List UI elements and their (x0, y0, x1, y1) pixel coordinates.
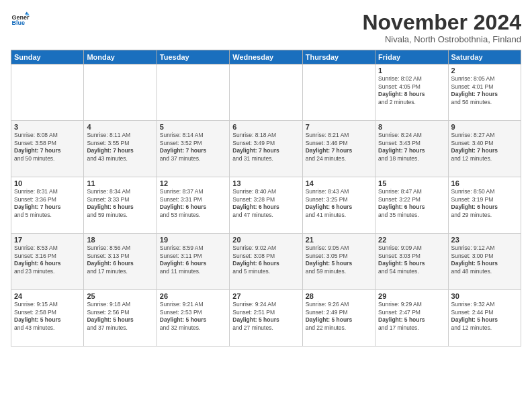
day-info-line: and 29 minutes. (451, 212, 518, 219)
table-cell (157, 64, 229, 121)
table-cell: 2Sunrise: 8:05 AMSunset: 4:01 PMDaylight… (448, 64, 521, 121)
day-info-line: Sunrise: 8:40 AM (232, 188, 299, 195)
day-info-line: and 59 minutes. (306, 268, 372, 275)
day-info-line: and 5 minutes. (14, 212, 81, 219)
table-cell: 22Sunrise: 9:09 AMSunset: 3:03 PMDayligh… (375, 234, 448, 290)
day-info-line: Sunrise: 8:27 AM (451, 132, 518, 139)
table-cell: 11Sunrise: 8:34 AMSunset: 3:33 PMDayligh… (84, 177, 157, 234)
day-info-line: and 53 minutes. (160, 212, 226, 219)
day-number: 15 (378, 179, 445, 187)
header-friday: Friday (375, 50, 448, 64)
location-subtitle: Nivala, North Ostrobothnia, Finland (362, 34, 521, 44)
day-info-line: Sunrise: 8:53 AM (14, 244, 81, 252)
day-info-line: Sunrise: 8:11 AM (87, 132, 153, 139)
day-info-line: Sunrise: 8:37 AM (160, 188, 226, 195)
table-cell: 26Sunrise: 9:21 AMSunset: 2:53 PMDayligh… (157, 290, 229, 347)
daylight-label: Daylight: 7 hours (232, 147, 299, 154)
day-info-line: Sunrise: 8:47 AM (378, 188, 445, 195)
day-info-line: Sunset: 3:22 PM (378, 196, 445, 203)
daylight-label: Daylight: 7 hours (14, 147, 81, 154)
day-info-line: and 12 minutes. (451, 155, 518, 163)
day-info-line: Sunset: 3:52 PM (160, 140, 226, 147)
day-info-line: Sunrise: 9:21 AM (160, 301, 226, 308)
table-cell: 28Sunrise: 9:26 AMSunset: 2:49 PMDayligh… (302, 290, 375, 347)
day-number: 10 (14, 179, 81, 187)
day-number: 24 (14, 292, 81, 300)
day-number: 22 (378, 236, 445, 244)
daylight-label: Daylight: 6 hours (87, 260, 153, 267)
day-info-line: Sunrise: 9:29 AM (378, 301, 445, 308)
month-title: November 2024 (362, 11, 521, 34)
day-info-line: and 11 minutes. (160, 268, 226, 275)
day-number: 25 (87, 292, 153, 300)
daylight-label: Daylight: 8 hours (378, 91, 445, 98)
day-info-line: Sunset: 3:16 PM (14, 253, 81, 260)
daylight-label: Daylight: 7 hours (378, 147, 445, 154)
day-info-line: Sunset: 3:03 PM (378, 253, 445, 260)
day-info-line: and 59 minutes. (87, 212, 153, 219)
day-info-line: Sunset: 3:46 PM (306, 140, 372, 147)
day-number: 28 (306, 292, 372, 300)
logo: General Blue (11, 11, 31, 30)
day-info-line: and 54 minutes. (378, 268, 445, 275)
day-number: 27 (232, 292, 299, 300)
day-info-line: and 2 minutes. (378, 99, 445, 106)
day-info-line: Sunrise: 9:09 AM (378, 244, 445, 252)
day-info-line: Sunset: 2:53 PM (160, 309, 226, 316)
table-cell: 20Sunrise: 9:02 AMSunset: 3:08 PMDayligh… (230, 234, 302, 290)
day-info-line: Sunset: 3:49 PM (232, 140, 299, 147)
daylight-label: Daylight: 5 hours (14, 316, 81, 324)
day-info-line: Sunrise: 9:15 AM (14, 301, 81, 308)
day-info-line: and 32 minutes. (160, 324, 226, 332)
day-info-line: and 18 minutes. (378, 155, 445, 163)
day-info-line: Sunset: 3:19 PM (451, 196, 518, 203)
day-info-line: and 50 minutes. (14, 155, 81, 163)
day-info-line: Sunrise: 8:05 AM (451, 75, 518, 83)
table-cell: 16Sunrise: 8:50 AMSunset: 3:19 PMDayligh… (448, 177, 521, 234)
day-info-line: Sunset: 3:11 PM (160, 253, 226, 260)
day-number: 23 (451, 236, 518, 244)
table-cell: 7Sunrise: 8:21 AMSunset: 3:46 PMDaylight… (302, 121, 375, 177)
day-info-line: Sunrise: 9:24 AM (232, 301, 299, 308)
header-thursday: Thursday (302, 50, 375, 64)
table-cell: 1Sunrise: 8:02 AMSunset: 4:05 PMDaylight… (375, 64, 448, 121)
day-info-line: Sunset: 2:47 PM (378, 309, 445, 316)
day-info-line: Sunset: 3:55 PM (87, 140, 153, 147)
day-info-line: Sunrise: 8:14 AM (160, 132, 226, 139)
day-number: 21 (306, 236, 372, 244)
daylight-label: Daylight: 5 hours (451, 316, 518, 324)
day-info-line: and 22 minutes. (306, 324, 372, 332)
day-info-line: Sunset: 3:58 PM (14, 140, 81, 147)
daylight-label: Daylight: 5 hours (232, 316, 299, 324)
header-tuesday: Tuesday (157, 50, 229, 64)
week-row-0: 1Sunrise: 8:02 AMSunset: 4:05 PMDaylight… (11, 64, 521, 121)
daylight-label: Daylight: 5 hours (87, 316, 153, 324)
day-info-line: Sunset: 2:49 PM (306, 309, 372, 316)
day-number: 8 (378, 123, 445, 131)
day-info-line: and 35 minutes. (378, 212, 445, 219)
table-cell: 29Sunrise: 9:29 AMSunset: 2:47 PMDayligh… (375, 290, 448, 347)
day-number: 7 (306, 123, 372, 131)
day-number: 1 (378, 66, 445, 75)
calendar-header-row: Sunday Monday Tuesday Wednesday Thursday… (11, 50, 521, 64)
day-info-line: Sunset: 3:08 PM (232, 253, 299, 260)
table-cell: 3Sunrise: 8:08 AMSunset: 3:58 PMDaylight… (11, 121, 84, 177)
table-cell: 4Sunrise: 8:11 AMSunset: 3:55 PMDaylight… (84, 121, 157, 177)
day-info-line: Sunrise: 8:08 AM (14, 132, 81, 139)
day-info-line: Sunset: 2:58 PM (14, 309, 81, 316)
table-cell: 24Sunrise: 9:15 AMSunset: 2:58 PMDayligh… (11, 290, 84, 347)
table-cell: 10Sunrise: 8:31 AMSunset: 3:36 PMDayligh… (11, 177, 84, 234)
day-info-line: Sunset: 4:01 PM (451, 83, 518, 91)
day-number: 16 (451, 179, 518, 187)
day-info-line: and 5 minutes. (232, 268, 299, 275)
day-number: 18 (87, 236, 153, 244)
day-info-line: Sunrise: 9:12 AM (451, 244, 518, 252)
day-info-line: Sunset: 3:25 PM (306, 196, 372, 203)
week-row-2: 10Sunrise: 8:31 AMSunset: 3:36 PMDayligh… (11, 177, 521, 234)
day-info-line: Sunset: 3:05 PM (306, 253, 372, 260)
day-info-line: and 48 minutes. (451, 268, 518, 275)
day-info-line: Sunrise: 9:18 AM (87, 301, 153, 308)
day-number: 20 (232, 236, 299, 244)
day-number: 5 (160, 123, 226, 131)
daylight-label: Daylight: 6 hours (87, 203, 153, 211)
